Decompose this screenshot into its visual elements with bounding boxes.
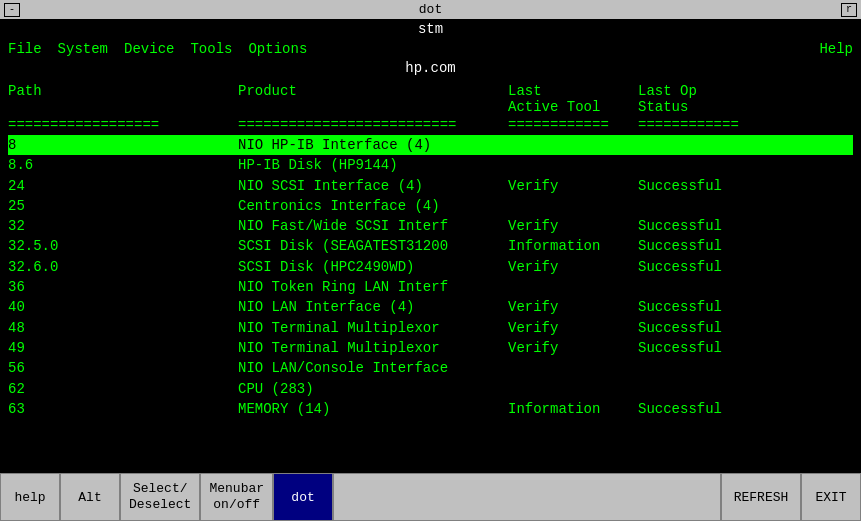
exit-button[interactable]: EXIT [801,473,861,521]
cell-last-op [638,277,788,297]
menubar-toggle-button[interactable]: Menubar on/off [200,473,273,521]
table-row[interactable]: 32.6.0 SCSI Disk (HPC2490WD) Verify Succ… [8,257,853,277]
cell-product: Centronics Interface (4) [238,196,508,216]
cell-product: SCSI Disk (SEAGATEST31200 [238,236,508,256]
cell-product: MEMORY (14) [238,399,508,419]
cell-last-op [638,358,788,378]
cell-last-active [508,196,638,216]
cell-last-op: Successful [638,257,788,277]
cell-last-op: Successful [638,338,788,358]
table-row[interactable]: 48 NIO Terminal Multiplexor Verify Succe… [8,318,853,338]
cell-last-op [638,379,788,399]
cell-last-active [508,379,638,399]
table-row[interactable]: 49 NIO Terminal Multiplexor Verify Succe… [8,338,853,358]
alt-button[interactable]: Alt [60,473,120,521]
cell-last-active: Information [508,236,638,256]
cell-product: CPU (283) [238,379,508,399]
cell-product: NIO SCSI Interface (4) [238,176,508,196]
cell-product: NIO HP-IB Interface (4) [238,135,508,155]
cell-path: 25 [8,196,238,216]
cell-path: 32 [8,216,238,236]
column-headers: Path Product Last Active Tool Last Op St… [8,83,853,115]
cell-product: NIO Terminal Multiplexor [238,318,508,338]
cell-last-op [638,196,788,216]
col-last-active: Last Active Tool [508,83,638,115]
cell-last-active: Verify [508,176,638,196]
cell-path: 32.5.0 [8,236,238,256]
table-row[interactable]: 40 NIO LAN Interface (4) Verify Successf… [8,297,853,317]
cell-path: 48 [8,318,238,338]
restore-button[interactable]: r [841,3,857,17]
title-bar: - dot r [0,0,861,19]
cell-path: 24 [8,176,238,196]
table-row[interactable]: 36 NIO Token Ring LAN Interf [8,277,853,297]
cell-path: 62 [8,379,238,399]
cell-last-active: Verify [508,216,638,236]
select-deselect-button[interactable]: Select/ Deselect [120,473,200,521]
cell-last-active [508,277,638,297]
cell-product: NIO LAN Interface (4) [238,297,508,317]
col-path: Path [8,83,238,115]
help-button[interactable]: help [0,473,60,521]
menu-system[interactable]: System [50,41,116,57]
cell-last-op: Successful [638,176,788,196]
menu-tools[interactable]: Tools [182,41,240,57]
separator: ================== =====================… [8,117,853,133]
table-row[interactable]: 8 NIO HP-IB Interface (4) [8,135,853,155]
cell-product: HP-IB Disk (HP9144) [238,155,508,175]
cell-last-active [508,155,638,175]
cell-last-op: Successful [638,297,788,317]
menu-device[interactable]: Device [116,41,182,57]
cell-path: 32.6.0 [8,257,238,277]
cell-last-active [508,135,638,155]
status-bar: help Alt Select/ Deselect Menubar on/off… [0,473,861,521]
main-content: Path Product Last Active Tool Last Op St… [0,77,861,473]
cell-last-op [638,155,788,175]
cell-last-active [508,358,638,378]
cell-last-active: Verify [508,318,638,338]
col-product: Product [238,83,508,115]
table-row[interactable]: 63 MEMORY (14) Information Successful [8,399,853,419]
cell-last-op [638,135,788,155]
main-window: - dot r stm File System Device Tools Opt… [0,0,861,521]
minimize-button[interactable]: - [4,3,20,17]
table-row[interactable]: 8.6 HP-IB Disk (HP9144) [8,155,853,175]
app-title: stm [0,19,861,39]
window-title: dot [20,2,841,17]
cell-last-op: Successful [638,318,788,338]
menu-help[interactable]: Help [811,41,861,57]
cell-last-active: Information [508,399,638,419]
cell-last-op: Successful [638,236,788,256]
cell-product: NIO Fast/Wide SCSI Interf [238,216,508,236]
cell-product: NIO Token Ring LAN Interf [238,277,508,297]
cell-product: NIO Terminal Multiplexor [238,338,508,358]
cell-last-op: Successful [638,216,788,236]
cell-product: SCSI Disk (HPC2490WD) [238,257,508,277]
cell-path: 49 [8,338,238,358]
menubar: File System Device Tools Options Help [0,39,861,59]
cell-path: 56 [8,358,238,378]
table-row[interactable]: 32.5.0 SCSI Disk (SEAGATEST31200 Informa… [8,236,853,256]
col-last-op: Last Op Status [638,83,788,115]
table-row[interactable]: 56 NIO LAN/Console Interface [8,358,853,378]
cell-last-active: Verify [508,257,638,277]
menu-options[interactable]: Options [240,41,315,57]
menu-file[interactable]: File [0,41,50,57]
dot-button[interactable]: dot [273,473,333,521]
table-row[interactable]: 24 NIO SCSI Interface (4) Verify Success… [8,176,853,196]
table-row[interactable]: 32 NIO Fast/Wide SCSI Interf Verify Succ… [8,216,853,236]
hp-bar: hp.com [0,59,861,77]
cell-path: 8.6 [8,155,238,175]
cell-last-active: Verify [508,338,638,358]
cell-last-op: Successful [638,399,788,419]
device-table: 8 NIO HP-IB Interface (4) 8.6 HP-IB Disk… [8,135,853,419]
cell-product: NIO LAN/Console Interface [238,358,508,378]
table-row[interactable]: 62 CPU (283) [8,379,853,399]
cell-last-active: Verify [508,297,638,317]
cell-path: 8 [8,135,238,155]
cell-path: 36 [8,277,238,297]
refresh-button[interactable]: REFRESH [721,473,801,521]
table-row[interactable]: 25 Centronics Interface (4) [8,196,853,216]
cell-path: 63 [8,399,238,419]
spacer [333,473,721,521]
